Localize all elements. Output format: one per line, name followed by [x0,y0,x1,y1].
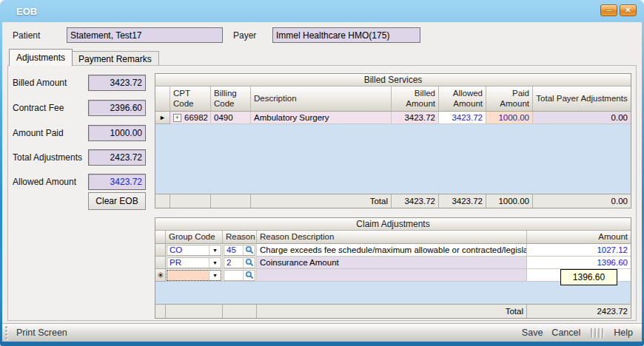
allowed-amount-field[interactable]: 3423.72 [88,174,146,190]
billed-services-header: CPT Code Billing Code Description Billed… [155,86,631,112]
chevron-down-icon: ▼ [212,273,218,278]
minimize-icon [606,10,613,12]
ca-row1-reason-cell[interactable]: 45 [223,244,257,257]
header-row-selector [155,86,170,111]
chevron-down-icon: ▼ [212,260,218,265]
dropdown-button[interactable]: ▼ [209,258,221,268]
tab-payment-remarks[interactable]: Payment Remarks [71,51,159,66]
ca-total-empty-selector [155,305,166,318]
billed-amount-cell[interactable]: 3423.72 [392,112,439,124]
print-screen-button[interactable]: Print Screen [12,328,72,338]
toolbar-separator-icon [591,328,603,338]
header-paid-amount: Paid Amount [486,86,533,111]
amount-paid-field[interactable]: 1000.00 [88,125,146,141]
adjustments-tab-page: Billed Amount 3423.72 Contract Fee 2396.… [7,65,637,321]
save-button[interactable]: Save [517,328,548,338]
tab-adjustments-label: Adjustments [16,52,65,63]
ca-header-group-code: Group Code [166,231,223,243]
ca-row2-description-cell[interactable]: Coinsurance Amount [257,257,527,269]
summary-row-contract-fee: Contract Fee 2396.60 [8,100,155,116]
header-billed-amount: Billed Amount [392,86,439,111]
billed-services-grid: Billed Services CPT Code Billing Code De… [155,73,631,208]
ca-total-empty-reason [223,305,257,318]
payer-field[interactable]: Immel Healthcare HMO(175) [272,27,420,43]
allowed-amount-cell-value: 3423.72 [452,113,483,122]
patient-label: Patient [13,30,40,41]
help-button[interactable]: Help [609,328,637,338]
reason-value [224,271,243,280]
clear-eob-button[interactable]: Clear EOB [88,192,146,210]
reason-lookup[interactable]: 2 [224,257,255,268]
new-row-icon: ✳ [157,271,164,279]
billed-service-row[interactable]: ► +66982 0490 Ambulatory Surgery 3423.72… [155,112,631,124]
total-payer-adjustments-value: 0.00 [611,113,628,122]
contract-fee-field[interactable]: 2396.60 [88,100,146,116]
dropdown-button[interactable]: ▼ [209,245,221,255]
total-empty-cpt [170,194,211,208]
ca-row2-amount-cell[interactable]: 1396.60 [527,257,631,269]
reason-search-button[interactable] [243,271,255,280]
reason-lookup[interactable]: 45 [224,245,255,256]
grid-empty-area [155,124,631,194]
current-row-icon: ► [159,115,166,121]
ca-row2-group-cell[interactable]: PR ▼ [166,257,223,269]
paid-amount-cell-value: 1000.00 [498,113,529,122]
header-description: Description [251,86,392,111]
ca-header-reason: Reason [223,231,257,243]
cancel-button[interactable]: Cancel [547,328,585,338]
group-code-dropdown[interactable]: CO ▼ [167,245,221,256]
toolbar-grip-icon [5,326,7,339]
ca-row2-description-value: Coinsurance Amount [260,258,339,267]
titlebar[interactable]: EOB ✕ [0,0,644,22]
claim-adjustment-row-1[interactable]: CO ▼ 45 Charge exceeds fee schedule/maxi… [155,244,631,257]
total-adjustments-field[interactable]: 2423.72 [88,149,146,166]
total-payer-adjustments-total: 0.00 [533,194,631,208]
ca-total-empty-group [166,305,223,318]
reason-lookup[interactable] [224,270,255,281]
new-row-selector[interactable]: ✳ [155,269,166,282]
close-button[interactable]: ✕ [620,4,637,16]
minimize-button[interactable] [600,4,617,16]
payer-label: Payer [233,30,256,41]
total-payer-adjustments-cell[interactable]: 0.00 [533,112,631,124]
billed-services-caption: Billed Services [155,74,631,86]
dropdown-button[interactable]: ▼ [209,271,221,280]
grid-empty-area [155,282,631,304]
expand-row-icon[interactable]: + [173,114,181,122]
group-code-dropdown[interactable]: ▼ [167,270,221,281]
chevron-down-icon: ▼ [212,248,218,253]
claim-adjustments-total-label: Total [257,305,527,318]
ca-row1-amount-cell[interactable]: 1027.12 [527,244,631,257]
billing-code-cell[interactable]: 0490 [211,112,251,124]
claim-adjustment-new-row[interactable]: ✳ ▼ [155,269,631,282]
ca-header-reason-description: Reason Description [257,231,527,243]
total-empty-selector [155,194,170,208]
reason-search-button[interactable] [243,245,255,255]
ca-row2-selector[interactable] [155,257,166,269]
group-code-dropdown[interactable]: PR ▼ [167,257,221,268]
reason-search-button[interactable] [243,258,255,268]
ca-row1-group-cell[interactable]: CO ▼ [166,244,223,257]
cpt-code-cell[interactable]: +66982 [170,112,211,124]
ca-row1-amount-value: 1027.12 [597,245,628,254]
row-selector-cell[interactable]: ► [155,112,170,124]
allowed-amount-cell[interactable]: 3423.72 [439,112,486,124]
header-total-payer-adjustments: Total Payer Adjustments [533,86,631,111]
new-row-group-cell[interactable]: ▼ [166,269,223,282]
ca-row1-selector[interactable] [155,244,166,257]
header-allowed-amount: Allowed Amount [439,86,486,111]
ca-row2-reason-cell[interactable]: 2 [223,257,257,269]
new-row-reason-cell[interactable] [223,269,257,282]
description-cell[interactable]: Ambulatory Surgery [251,112,392,124]
tab-adjustments[interactable]: Adjustments [9,49,73,66]
ca-row1-description-cell[interactable]: Charge exceeds fee schedule/maximum allo… [257,244,527,257]
new-row-description-cell[interactable] [257,269,527,282]
summary-row-allowed-amount: Allowed Amount 3423.72 [8,174,155,190]
paid-amount-cell[interactable]: 1000.00 [486,112,533,124]
claim-adjustment-row-2[interactable]: PR ▼ 2 Coinsurance Amount 1396.60 [155,257,631,269]
payer-value: Immel Healthcare HMO(175) [276,30,389,41]
patient-field[interactable]: Statement, Test17 [67,27,223,43]
footer-toolbar: Print Screen Save Cancel Help [2,323,642,342]
group-code-value: CO [167,245,209,255]
billed-amount-field[interactable]: 3423.72 [88,75,146,91]
